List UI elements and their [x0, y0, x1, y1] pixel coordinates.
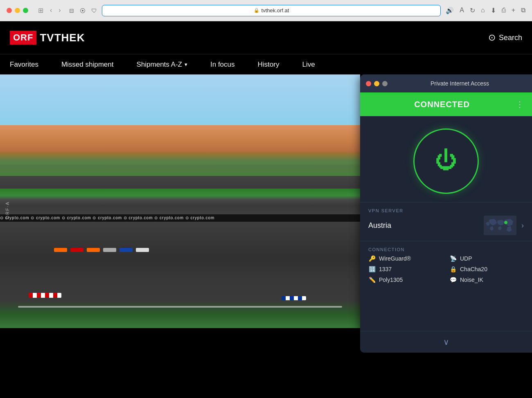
udp-item: 📡 UDP: [449, 255, 524, 262]
pia-titlebar: Private Internet Access: [360, 74, 532, 92]
world-map-icon: [484, 216, 516, 235]
f1-cars: [54, 248, 149, 252]
new-tab-icon[interactable]: +: [512, 7, 515, 14]
browser-icons: ⊟ ⦿ 🛡: [69, 7, 97, 14]
pia-server-name: Austria: [368, 221, 479, 230]
browser-traffic-lights: [7, 8, 28, 13]
poly-item: ✏️ Poly1305: [368, 277, 443, 283]
crypto-text: ⊙ crypto.com ⊙ crypto.com ⊙ crypto.com ⊙…: [0, 216, 214, 220]
orf-tvthek-label: TVTHEK: [40, 31, 85, 44]
poly-icon: ✏️: [368, 277, 376, 283]
pia-panel: Private Internet Access CONNECTED ⋮ ⏻ VP…: [360, 74, 532, 353]
pia-maximize-button[interactable]: [382, 81, 388, 86]
forward-button[interactable]: ›: [57, 6, 62, 15]
pia-connection-grid: 🔑 WireGuard® 📡 UDP 🔢 1337: [368, 255, 524, 283]
race-video[interactable]: ⊙ crypto.com ⊙ crypto.com ⊙ crypto.com ⊙…: [0, 74, 360, 328]
ssl-lock-icon: 🔒: [254, 8, 259, 13]
download-icon[interactable]: ⬇: [491, 7, 496, 14]
pia-power-icon: ⏻: [435, 149, 457, 171]
f1-car-4: [103, 248, 116, 252]
pia-close-button[interactable]: [366, 81, 371, 86]
chacha-value: ChaCha20: [460, 266, 487, 272]
reader-icon: ⊟: [69, 7, 74, 14]
wireguard-value: WireGuard®: [379, 255, 411, 262]
noise-icon: 💬: [449, 277, 457, 283]
orf-main: ⊙ crypto.com ⊙ crypto.com ⊙ crypto.com ⊙…: [0, 74, 532, 328]
home-icon[interactable]: ⌂: [481, 7, 485, 14]
f1-car-6: [136, 248, 149, 252]
wireguard-icon: 🔑: [368, 255, 376, 262]
search-label: Search: [499, 34, 522, 42]
maximize-button[interactable]: [23, 8, 28, 13]
vpn-server-label: VPN SERVER: [368, 208, 524, 213]
track-lines: [18, 306, 342, 308]
browser-chrome: ⊞ ‹ › ⊟ ⦿ 🛡 🔒 tvthek.orf.at 🔊 A ↻ ⌂ ⬇ ⎙ …: [0, 0, 532, 21]
browser-actions: 🔊 A ↻ ⌂ ⬇ ⎙ + ⧉: [446, 7, 525, 14]
lock-extension-icon: 🛡: [91, 7, 97, 14]
share-icon[interactable]: ⎙: [502, 7, 506, 14]
browser-navigation: ⊞ ‹ ›: [36, 6, 63, 15]
close-button[interactable]: [7, 8, 12, 13]
pia-server-section: VPN SERVER Austria: [360, 202, 532, 241]
f1-car-5: [119, 248, 133, 252]
port-item: 🔢 1337: [368, 266, 443, 272]
nav-favorites[interactable]: Favorites: [10, 54, 50, 74]
pia-expand-button[interactable]: ∨: [443, 337, 449, 347]
search-icon: ⊙: [488, 32, 496, 43]
pia-server-row[interactable]: Austria: [368, 216, 524, 235]
nav-live[interactable]: Live: [291, 54, 326, 74]
port-value: 1337: [379, 266, 392, 272]
poly-value: Poly1305: [379, 277, 403, 283]
pia-connected-bar: CONNECTED ⋮: [360, 92, 532, 116]
url-text: tvthek.orf.at: [261, 7, 289, 13]
url-bar[interactable]: 🔒 tvthek.orf.at: [102, 5, 441, 16]
pia-traffic-lights: [366, 81, 388, 86]
pia-minimize-button[interactable]: [374, 81, 379, 86]
orf-watermark: ORF·A: [5, 201, 10, 219]
pia-server-chevron[interactable]: ›: [521, 221, 524, 230]
translate-icon[interactable]: A: [460, 7, 464, 14]
sidebar-toggle-icon[interactable]: ⊞: [36, 6, 45, 15]
pia-connected-status: CONNECTED: [368, 100, 516, 109]
noise-value: Noise_IK: [460, 277, 483, 283]
pia-title: Private Internet Access: [393, 80, 526, 87]
curb-red-white: [29, 293, 61, 298]
wireguard-item: 🔑 WireGuard®: [368, 255, 443, 262]
port-icon: 🔢: [368, 266, 376, 272]
orf-header: ORF TVTHEK ⊙ Search: [0, 21, 532, 54]
tabs-icon[interactable]: ⧉: [521, 7, 525, 14]
noise-item: 💬 Noise_IK: [449, 277, 524, 283]
pia-connection-section: CONNECTION 🔑 WireGuard® 📡 UDP 🔢: [360, 241, 532, 289]
chacha-item: 🔒 ChaCha20: [449, 266, 524, 272]
chacha-icon: 🔒: [449, 266, 457, 272]
sound-icon[interactable]: 🔊: [446, 7, 454, 14]
orf-logo-box: ORF: [10, 31, 36, 45]
shipments-dropdown-icon: ▾: [185, 61, 187, 67]
f1-car-2: [70, 248, 83, 252]
curb-blue-white: [282, 296, 306, 300]
pia-map-area: [484, 216, 516, 235]
refresh-icon[interactable]: ↻: [470, 7, 475, 14]
search-button[interactable]: ⊙ Search: [488, 32, 522, 43]
nav-in-focus[interactable]: In focus: [199, 54, 246, 74]
minimize-button[interactable]: [15, 8, 20, 13]
nav-shipments-az[interactable]: Shipments A-Z ▾: [125, 54, 199, 74]
orf-nav: Favorites Missed shipment Shipments A-Z …: [0, 54, 532, 74]
pia-power-button[interactable]: ⏻: [413, 128, 479, 194]
crowd-area: [0, 125, 360, 176]
pia-menu-button[interactable]: ⋮: [516, 99, 524, 109]
nav-history[interactable]: History: [246, 54, 291, 74]
pia-power-area: ⏻: [360, 116, 532, 202]
nav-missed-shipment[interactable]: Missed shipment: [50, 54, 125, 74]
orf-site: ORF TVTHEK ⊙ Search Favorites Missed shi…: [0, 21, 532, 398]
f1-car-3: [87, 248, 100, 252]
udp-icon: 📡: [449, 255, 457, 262]
shield-icon: ⦿: [80, 7, 86, 14]
svg-point-2: [505, 222, 507, 223]
f1-car-1: [54, 248, 67, 252]
udp-value: UDP: [460, 255, 472, 262]
connection-label: CONNECTION: [368, 247, 524, 252]
orf-logo[interactable]: ORF TVTHEK: [10, 31, 85, 45]
back-button[interactable]: ‹: [48, 6, 54, 15]
crypto-banner: ⊙ crypto.com ⊙ crypto.com ⊙ crypto.com ⊙…: [0, 214, 360, 222]
